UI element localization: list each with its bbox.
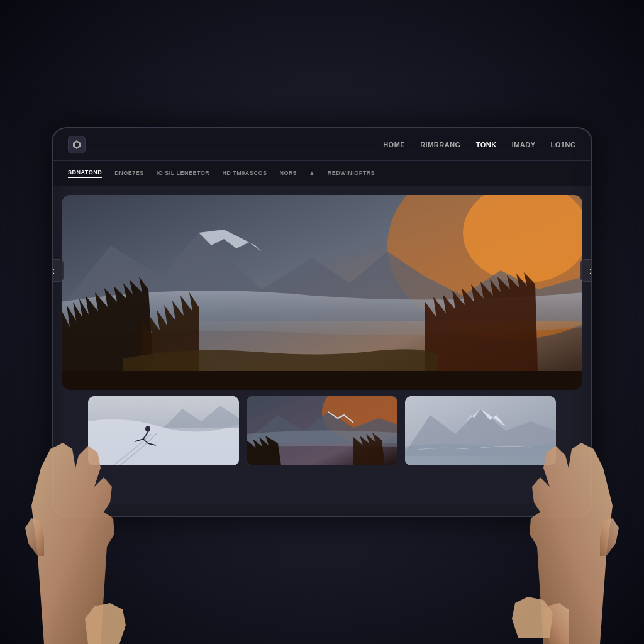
subnav-arrow[interactable]: ▲ (309, 170, 314, 177)
prev-arrow-icon: ‹ (52, 264, 55, 277)
nav-home[interactable]: HOME (383, 141, 405, 148)
next-arrow-icon: › (589, 264, 592, 277)
thumbnail-strip (53, 396, 591, 474)
prev-arrow-button[interactable]: ‹ (52, 259, 64, 282)
hero-landscape (62, 195, 582, 390)
subnav-nor5[interactable]: NOR5 (279, 170, 296, 177)
subnav-sdnatond[interactable]: SDNATOND (68, 169, 102, 178)
logo-icon[interactable] (68, 136, 86, 153)
subnav-redwinio[interactable]: REDWINIOFTRS (328, 170, 375, 177)
tablet-frame: HOME RIMRRANG TONK IMADY LO1NG SDNATOND … (52, 127, 592, 517)
nav-rimrrang[interactable]: RIMRRANG (420, 141, 461, 148)
next-arrow-button[interactable]: › (580, 259, 592, 282)
svg-point-7 (145, 426, 150, 432)
nav-links: HOME RIMRRANG TONK IMADY LO1NG (383, 141, 576, 148)
svg-rect-5 (62, 371, 582, 390)
hero-image-area (62, 195, 582, 390)
logo-svg (72, 140, 82, 150)
nav-loing[interactable]: LO1NG (551, 141, 576, 148)
thumb-right (493, 587, 556, 638)
thumb-left (82, 594, 145, 644)
subnav-ioslil[interactable]: IO SIL LENEETOR (157, 170, 210, 177)
thumbnail-2[interactable] (247, 396, 397, 465)
sub-navbar: SDNATOND DNOE7ES IO SIL LENEETOR HD TM9A… (53, 161, 591, 186)
nav-imady[interactable]: IMADY (512, 141, 536, 148)
top-navbar: HOME RIMRRANG TONK IMADY LO1NG (53, 128, 591, 161)
subnav-hdtm[interactable]: HD TM9ASCOS (222, 170, 267, 177)
nav-tonk[interactable]: TONK (476, 141, 497, 148)
subnav-dnoe7es[interactable]: DNOE7ES (114, 170, 144, 177)
thumb-2-image (247, 396, 397, 465)
